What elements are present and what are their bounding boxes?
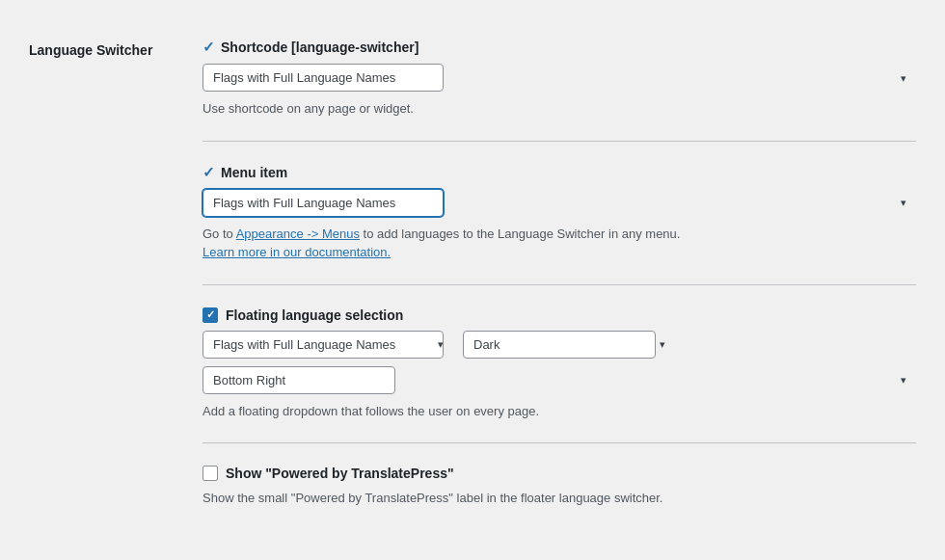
divider-2 — [202, 284, 916, 285]
menu-item-desc-part1: Go to — [202, 227, 236, 241]
powered-by-heading-label: Show "Powered by TranslatePress" — [226, 466, 454, 481]
floating-dropdowns-row: Flags with Full Language Names Flags onl… — [202, 331, 916, 359]
language-switcher-settings: Language Switcher ✓ Shortcode [language-… — [19, 19, 926, 527]
floating-position-select-chevron-icon: ▾ — [901, 374, 906, 387]
floating-heading-label: Floating language selection — [226, 307, 403, 323]
shortcode-check-icon: ✓ — [202, 39, 215, 56]
settings-content: ✓ Shortcode [language-switcher] Flags wi… — [202, 39, 916, 508]
divider-3 — [202, 442, 916, 443]
shortcode-select-chevron-icon: ▾ — [901, 71, 906, 84]
powered-by-description: Show the small "Powered by TranslatePres… — [202, 489, 916, 508]
shortcode-style-select-wrapper[interactable]: Flags with Full Language Names Flags onl… — [202, 64, 916, 92]
floating-checkbox-icon[interactable] — [202, 307, 218, 323]
shortcode-style-select[interactable]: Flags with Full Language Names Flags onl… — [202, 64, 444, 92]
divider-1 — [202, 141, 916, 142]
floating-checkbox-label[interactable]: Floating language selection — [202, 307, 916, 323]
shortcode-description: Use shortcode on any page or widget. — [202, 99, 916, 119]
menu-item-heading-label: Menu item — [221, 165, 287, 180]
learn-more-link[interactable]: Learn more in our documentation. — [202, 245, 391, 259]
shortcode-heading: ✓ Shortcode [language-switcher] — [202, 39, 916, 56]
floating-style-select-wrapper[interactable]: Flags with Full Language Names Flags onl… — [202, 331, 453, 359]
menu-item-desc-part2: to add languages to the Language Switche… — [360, 227, 680, 241]
appearance-menus-link[interactable]: Appearance -> Menus — [236, 227, 360, 241]
floating-section: Floating language selection Flags with F… — [202, 307, 916, 421]
floating-position-select-wrapper[interactable]: Bottom Right Bottom Left Top Right Top L… — [202, 366, 916, 394]
floating-theme-select[interactable]: Dark Light — [463, 331, 656, 359]
menu-item-heading: ✓ Menu item — [202, 164, 916, 181]
menu-item-description: Go to Appearance -> Menus to add languag… — [202, 225, 916, 262]
settings-section-label: Language Switcher — [29, 39, 202, 58]
powered-by-section: Show "Powered by TranslatePress" Show th… — [202, 466, 916, 508]
menu-item-style-select-wrapper[interactable]: Flags with Full Language Names Flags onl… — [202, 189, 916, 217]
powered-by-checkbox-label[interactable]: Show "Powered by TranslatePress" — [202, 466, 916, 481]
shortcode-heading-label: Shortcode [language-switcher] — [221, 40, 418, 55]
floating-theme-select-wrapper[interactable]: Dark Light ▾ — [463, 331, 675, 359]
shortcode-section: ✓ Shortcode [language-switcher] Flags wi… — [202, 39, 916, 119]
floating-theme-select-chevron-icon: ▾ — [660, 338, 665, 351]
floating-position-select[interactable]: Bottom Right Bottom Left Top Right Top L… — [202, 366, 395, 394]
powered-by-checkbox-icon[interactable] — [202, 466, 218, 481]
menu-item-style-select[interactable]: Flags with Full Language Names Flags onl… — [202, 189, 444, 217]
floating-style-select[interactable]: Flags with Full Language Names Flags onl… — [202, 331, 444, 359]
menu-check-icon: ✓ — [202, 164, 215, 181]
floating-description: Add a floating dropdown that follows the… — [202, 402, 916, 421]
menu-item-section: ✓ Menu item Flags with Full Language Nam… — [202, 164, 916, 262]
menu-item-select-chevron-icon: ▾ — [901, 197, 906, 209]
